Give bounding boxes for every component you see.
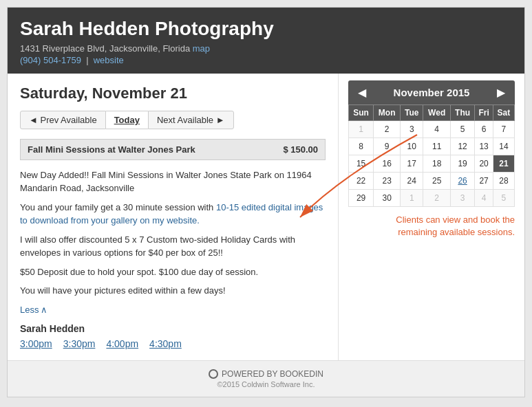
calendar-header: ◀ November 2015 ▶ [348,80,515,104]
calendar-day[interactable]: 16 [374,155,401,172]
calendar-day[interactable]: 3 [450,189,474,206]
description-line-5: You will have your pictures edited withi… [20,284,326,298]
event-name: Fall Mini Sessions at Walter Jones Park [28,144,195,155]
calendar-day[interactable]: 28 [493,172,514,189]
calendar-day[interactable]: 30 [374,189,401,206]
calendar-day[interactable]: 12 [450,138,474,155]
footer-copyright: ©2015 Coldwin Software Inc. [16,380,516,388]
calendar-day[interactable]: 21 [493,155,514,172]
calendar-day[interactable]: 25 [423,172,450,189]
calendar-day[interactable]: 29 [349,189,374,206]
date-heading: Saturday, November 21 [20,85,326,102]
header-phone: (904) 504-1759 | website [20,55,512,65]
calendar-next-button[interactable]: ▶ [494,86,508,99]
description-line-3: I will also offer discounted 5 x 7 Custo… [20,233,326,260]
event-box: Fall Mini Sessions at Walter Jones Park … [20,139,326,160]
right-panel: ◀ November 2015 ▶ Sun Mon Tue Wed Thu Fr… [339,74,524,360]
calendar-day[interactable]: 15 [349,155,374,172]
calendar-day[interactable]: 5 [493,189,514,206]
footer-powered: POWERED BY BOOKEDIN [16,369,516,379]
calendar-day[interactable]: 19 [450,155,474,172]
prev-available-button[interactable]: ◄ Prev Available [20,111,106,129]
clock-icon [209,369,218,379]
calendar-day[interactable]: 13 [475,138,493,155]
calendar-day[interactable]: 24 [401,172,423,189]
less-label: Less [20,305,39,315]
calendar-day[interactable]: 27 [475,172,493,189]
page-title: Sarah Hedden Photography [20,17,512,41]
time-slot-3[interactable]: 4:00pm [106,338,138,349]
next-available-button[interactable]: Next Available ► [148,111,234,129]
calendar-day[interactable]: 26 [450,172,474,189]
left-panel: Saturday, November 21 ◄ Prev Available T… [8,74,339,360]
calendar-day[interactable]: 2 [423,189,450,206]
calendar-day[interactable]: 1 [349,120,374,138]
nav-buttons: ◄ Prev Available Today Next Available ► [20,111,326,129]
description-line-4: $50 Deposit due to hold your spot. $100 … [20,265,326,279]
calendar-day[interactable]: 4 [475,189,493,206]
calendar-day[interactable]: 8 [349,138,374,155]
calendar-grid: Sun Mon Tue Wed Thu Fri Sat 123456789101… [348,104,515,207]
calendar: ◀ November 2015 ▶ Sun Mon Tue Wed Thu Fr… [348,80,515,207]
calendar-day[interactable]: 20 [475,155,493,172]
calendar-day[interactable]: 3 [401,120,423,138]
col-mon: Mon [374,104,401,120]
calendar-day[interactable]: 2 [374,120,401,138]
calendar-day[interactable]: 7 [493,120,514,138]
less-link[interactable]: Less ∧ [20,305,47,315]
calendar-day[interactable]: 18 [423,155,450,172]
time-slots: 3:00pm 3:30pm 4:00pm 4:30pm [20,338,326,349]
col-fri: Fri [475,104,493,120]
header-address: 1431 Riverplace Blvd, Jacksonville, Flor… [20,43,512,54]
calendar-prev-button[interactable]: ◀ [355,86,369,99]
time-slot-1[interactable]: 3:00pm [20,338,52,349]
col-tue: Tue [401,104,423,120]
col-sat: Sat [493,104,514,120]
calendar-day[interactable]: 22 [349,172,374,189]
website-link[interactable]: website [94,55,124,65]
calendar-day[interactable]: 14 [493,138,514,155]
time-slot-2[interactable]: 3:30pm [63,338,96,349]
calendar-day[interactable]: 4 [423,120,450,138]
calendar-day[interactable]: 11 [423,138,450,155]
calendar-day[interactable]: 6 [475,120,493,138]
calendar-day[interactable]: 17 [401,155,423,172]
calendar-month-year: November 2015 [394,87,470,98]
today-button[interactable]: Today [106,111,148,129]
calendar-day[interactable]: 10 [401,138,423,155]
photographer-name: Sarah Hedden [20,323,326,334]
col-thu: Thu [450,104,474,120]
description-line-2: You and your family get a 30 minute sess… [20,201,326,228]
calendar-day[interactable]: 1 [401,189,423,206]
powered-by-text: POWERED BY BOOKEDIN [222,369,323,379]
description-line-1: New Day Added!! Fall Mini Sessions in Wa… [20,168,326,195]
main-content: Saturday, November 21 ◄ Prev Available T… [8,74,524,360]
col-sun: Sun [349,104,374,120]
address-text: 1431 Riverplace Blvd, Jacksonville, Flor… [20,43,190,54]
chevron-up-icon: ∧ [41,305,47,315]
time-slot-4[interactable]: 4:30pm [149,338,182,349]
calendar-day[interactable]: 9 [374,138,401,155]
annotation-area: Clients can view and book theremaining a… [348,214,515,239]
annotation-text: Clients can view and book theremaining a… [348,214,515,239]
calendar-day[interactable]: 23 [374,172,401,189]
phone-link[interactable]: (904) 504-1759 [20,55,81,65]
calendar-day[interactable]: 5 [450,120,474,138]
event-price: $ 150.00 [283,144,318,155]
header: Sarah Hedden Photography 1431 Riverplace… [8,8,524,74]
map-link[interactable]: map [193,43,210,54]
col-wed: Wed [423,104,450,120]
footer: POWERED BY BOOKEDIN ©2015 Coldwin Softwa… [8,360,524,397]
